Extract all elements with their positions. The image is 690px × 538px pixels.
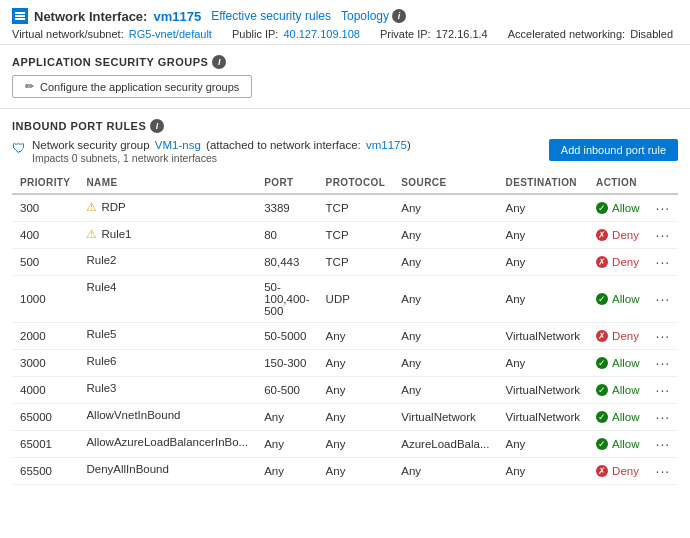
- more-options-icon[interactable]: ···: [656, 355, 671, 371]
- cell-name: ⚠RDP: [78, 195, 256, 219]
- nsg-sub: Impacts 0 subnets, 1 network interfaces: [32, 152, 411, 164]
- table-row[interactable]: 500Rule280,443TCPAnyAny✗ Deny···: [12, 249, 678, 276]
- deny-icon: ✗: [596, 330, 608, 342]
- rules-tbody: 300⚠RDP3389TCPAnyAny✓ Allow···400⚠Rule18…: [12, 194, 678, 485]
- more-options-icon[interactable]: ···: [656, 409, 671, 425]
- ni-name-link[interactable]: vm1175: [153, 9, 201, 24]
- allow-icon: ✓: [596, 438, 608, 450]
- divider: [0, 108, 690, 109]
- cell-more-options[interactable]: ···: [648, 458, 679, 485]
- cell-more-options[interactable]: ···: [648, 194, 679, 222]
- cell-priority: 65001: [12, 431, 78, 458]
- more-options-icon[interactable]: ···: [656, 436, 671, 452]
- more-options-icon[interactable]: ···: [656, 200, 671, 216]
- allow-icon: ✓: [596, 411, 608, 423]
- col-protocol: PROTOCOL: [318, 172, 394, 194]
- cell-more-options[interactable]: ···: [648, 222, 679, 249]
- header-top: Network Interface: vm1175 Effective secu…: [12, 8, 678, 24]
- network-interface-icon: [12, 8, 28, 24]
- action-deny: ✗ Deny: [596, 229, 639, 241]
- ni-icon-block: Network Interface: vm1175: [12, 8, 201, 24]
- cell-more-options[interactable]: ···: [648, 323, 679, 350]
- cell-priority: 3000: [12, 350, 78, 377]
- cell-action: ✗ Deny: [588, 458, 647, 485]
- inbound-rules-table: PRIORITY NAME PORT PROTOCOL SOURCE DESTI…: [12, 172, 678, 485]
- configure-app-security-btn[interactable]: ✏ Configure the application security gro…: [12, 75, 252, 98]
- allow-icon: ✓: [596, 202, 608, 214]
- cell-name: Rule2: [78, 249, 256, 271]
- cell-protocol: Any: [318, 323, 394, 350]
- topology-link[interactable]: Topology i: [341, 9, 406, 23]
- cell-priority: 65500: [12, 458, 78, 485]
- cell-source: Any: [393, 350, 497, 377]
- table-row[interactable]: 4000Rule360-500AnyAnyVirtualNetwork✓ All…: [12, 377, 678, 404]
- cell-action: ✓ Allow: [588, 404, 647, 431]
- nsg-info: 🛡 Network security group VM1-nsg (attach…: [12, 139, 411, 164]
- nsg-name-link[interactable]: VM1-nsg: [155, 139, 201, 151]
- cell-port: Any: [256, 431, 317, 458]
- action-allow: ✓ Allow: [596, 293, 639, 305]
- col-priority: PRIORITY: [12, 172, 78, 194]
- cell-more-options[interactable]: ···: [648, 404, 679, 431]
- cell-port: Any: [256, 404, 317, 431]
- configure-btn-label: Configure the application security group…: [40, 81, 239, 93]
- nsg-details: Network security group VM1-nsg (attached…: [32, 139, 411, 164]
- cell-priority: 300: [12, 194, 78, 222]
- header-sub: Virtual network/subnet: RG5-vnet/default…: [12, 28, 678, 40]
- svg-rect-3: [15, 18, 25, 20]
- cell-destination: Any: [498, 458, 589, 485]
- nsg-row: 🛡 Network security group VM1-nsg (attach…: [12, 139, 678, 164]
- cell-destination: Any: [498, 276, 589, 323]
- public-ip-link[interactable]: 40.127.109.108: [283, 28, 359, 40]
- table-row[interactable]: 65001AllowAzureLoadBalancerInBo...AnyAny…: [12, 431, 678, 458]
- table-row[interactable]: 65500DenyAllInBoundAnyAnyAnyAny✗ Deny···: [12, 458, 678, 485]
- cell-more-options[interactable]: ···: [648, 276, 679, 323]
- cell-more-options[interactable]: ···: [648, 377, 679, 404]
- allow-icon: ✓: [596, 357, 608, 369]
- rule-name: AllowVnetInBound: [86, 409, 180, 421]
- cell-source: AzureLoadBala...: [393, 431, 497, 458]
- action-deny: ✗ Deny: [596, 465, 639, 477]
- topology-info-icon: i: [392, 9, 406, 23]
- cell-destination: Any: [498, 350, 589, 377]
- cell-action: ✗ Deny: [588, 323, 647, 350]
- cell-port: 50-100,400-500: [256, 276, 317, 323]
- cell-name: Rule3: [78, 377, 256, 399]
- table-row[interactable]: 400⚠Rule180TCPAnyAny✗ Deny···: [12, 222, 678, 249]
- table-row[interactable]: 1000Rule450-100,400-500UDPAnyAny✓ Allow·…: [12, 276, 678, 323]
- add-inbound-rule-btn[interactable]: Add inbound port rule: [549, 139, 678, 161]
- more-options-icon[interactable]: ···: [656, 254, 671, 270]
- rule-name: Rule5: [86, 328, 116, 340]
- cell-more-options[interactable]: ···: [648, 350, 679, 377]
- more-options-icon[interactable]: ···: [656, 227, 671, 243]
- cell-source: Any: [393, 276, 497, 323]
- effective-security-rules-link[interactable]: Effective security rules: [211, 9, 331, 23]
- nsg-vm-link[interactable]: vm1175: [366, 139, 407, 151]
- subnet-label: Virtual network/subnet: RG5-vnet/default: [12, 28, 212, 40]
- cell-more-options[interactable]: ···: [648, 249, 679, 276]
- cell-port: 150-300: [256, 350, 317, 377]
- cell-destination: Any: [498, 194, 589, 222]
- shield-icon: 🛡: [12, 140, 26, 156]
- deny-icon: ✗: [596, 465, 608, 477]
- rule-name: DenyAllInBound: [86, 463, 168, 475]
- cell-source: Any: [393, 194, 497, 222]
- more-options-icon[interactable]: ···: [656, 382, 671, 398]
- cell-protocol: TCP: [318, 222, 394, 249]
- table-row[interactable]: 65000AllowVnetInBoundAnyAnyVirtualNetwor…: [12, 404, 678, 431]
- more-options-icon[interactable]: ···: [656, 291, 671, 307]
- cell-protocol: Any: [318, 431, 394, 458]
- col-name: NAME: [78, 172, 256, 194]
- cell-protocol: TCP: [318, 249, 394, 276]
- more-options-icon[interactable]: ···: [656, 328, 671, 344]
- rule-name: Rule6: [86, 355, 116, 367]
- cell-more-options[interactable]: ···: [648, 431, 679, 458]
- subnet-link[interactable]: RG5-vnet/default: [129, 28, 212, 40]
- cell-destination: Any: [498, 431, 589, 458]
- table-row[interactable]: 2000Rule550-5000AnyAnyVirtualNetwork✗ De…: [12, 323, 678, 350]
- table-row[interactable]: 3000Rule6150-300AnyAnyAny✓ Allow···: [12, 350, 678, 377]
- svg-rect-2: [15, 15, 25, 17]
- svg-rect-1: [15, 12, 25, 14]
- table-row[interactable]: 300⚠RDP3389TCPAnyAny✓ Allow···: [12, 194, 678, 222]
- more-options-icon[interactable]: ···: [656, 463, 671, 479]
